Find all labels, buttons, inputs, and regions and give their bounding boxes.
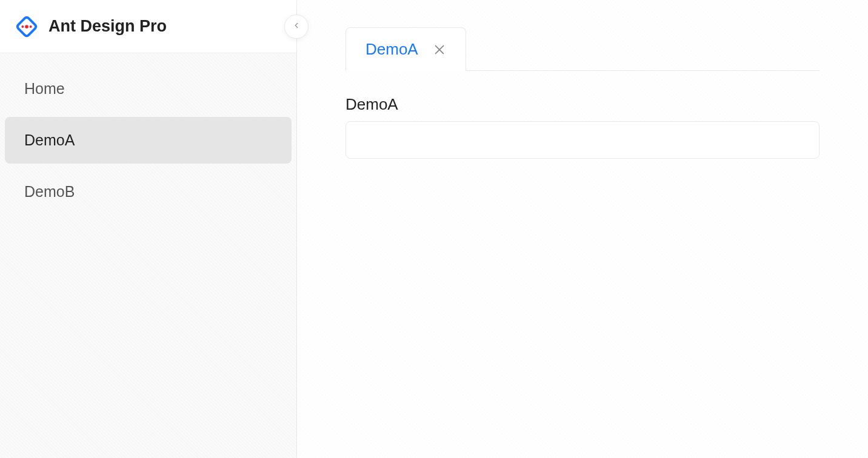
sidebar-collapse-button[interactable]	[284, 15, 309, 39]
sidebar-item-label: DemoA	[24, 131, 75, 148]
chevron-left-icon	[292, 21, 301, 32]
brand-logo-icon	[15, 15, 39, 39]
tab-label: DemoA	[366, 40, 418, 59]
svg-point-2	[21, 25, 24, 28]
tab-demo-a[interactable]: DemoA	[346, 27, 466, 71]
app-layout: Ant Design Pro Home DemoA DemoB	[0, 0, 868, 458]
main-inner: DemoA DemoA	[297, 0, 868, 159]
sidebar-header: Ant Design Pro	[0, 0, 296, 53]
sidebar: Ant Design Pro Home DemoA DemoB	[0, 0, 297, 458]
sidebar-item-label: Home	[24, 80, 65, 97]
svg-point-1	[25, 25, 28, 28]
sidebar-nav: Home DemoA DemoB	[0, 53, 296, 232]
content-card	[346, 121, 820, 159]
svg-point-3	[30, 25, 32, 28]
close-icon[interactable]	[433, 43, 446, 56]
tabs-bar: DemoA	[346, 27, 820, 71]
page-title: DemoA	[346, 95, 820, 114]
sidebar-item-label: DemoB	[24, 183, 75, 200]
brand-title: Ant Design Pro	[48, 17, 167, 36]
sidebar-item-demo-a[interactable]: DemoA	[5, 117, 292, 164]
main-content: DemoA DemoA	[297, 0, 868, 458]
sidebar-item-home[interactable]: Home	[5, 65, 292, 112]
sidebar-item-demo-b[interactable]: DemoB	[5, 168, 292, 215]
